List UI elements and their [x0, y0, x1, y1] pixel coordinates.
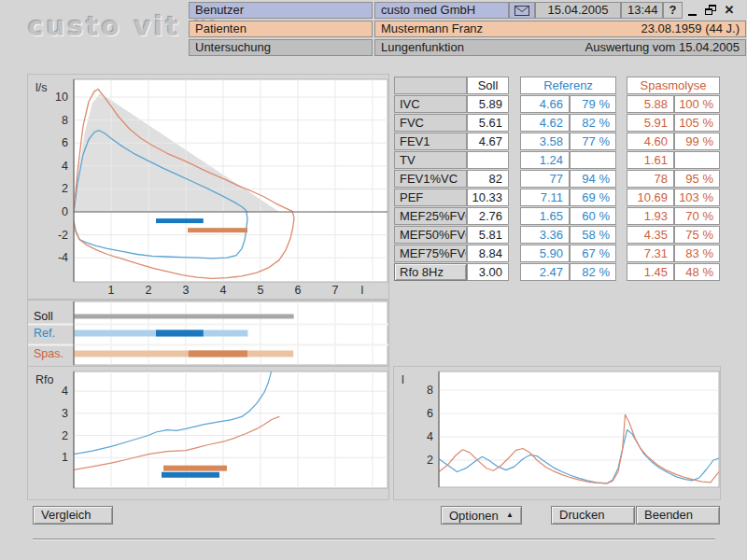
table-row: TV1.241.61 — [394, 151, 720, 169]
menu-untersuchung[interactable]: Untersuchung — [189, 39, 373, 56]
help-button[interactable]: ? — [663, 2, 683, 19]
column-gap — [509, 77, 520, 94]
soll-value: 2.76 — [467, 207, 509, 225]
table-row: Rfo 8Hz3.002.4782 %1.4548 % — [394, 263, 720, 281]
param-cell: FVC — [394, 114, 467, 132]
soll-value: 82 — [467, 170, 509, 188]
spasmolyse-value: 1.45 — [627, 263, 674, 281]
svg-text:l: l — [361, 284, 364, 297]
referenz-value: 5.90 — [520, 245, 570, 262]
spasmolyse-value: 7.31 — [627, 245, 674, 262]
param-cell: FEV1%VC — [394, 170, 467, 188]
param-cell: MEF25%FVC — [394, 207, 467, 225]
table-row: IVC5.894.6679 %5.88100 % — [394, 95, 720, 113]
beenden-button[interactable]: Beenden — [636, 506, 720, 525]
svg-text:8: 8 — [62, 114, 68, 127]
referenz-value: 3.58 — [520, 133, 570, 150]
svg-text:Spas.: Spas. — [34, 347, 63, 360]
svg-text:3: 3 — [62, 407, 68, 420]
table-row: FEV1%VC827794 %7895 % — [394, 170, 720, 188]
soll-value: 5.81 — [467, 226, 509, 244]
referenz-percent: 94 % — [570, 170, 616, 188]
column-gap — [616, 114, 627, 132]
exam-type: Lungenfunktion — [381, 40, 464, 55]
referenz-header: Referenz — [520, 77, 616, 94]
column-gap — [509, 133, 520, 150]
spasmolyse-percent — [674, 151, 720, 169]
spasmolyse-percent: 103 % — [674, 189, 720, 206]
referenz-value: 3.36 — [520, 226, 570, 244]
column-gap — [616, 207, 627, 225]
mail-button[interactable] — [509, 2, 535, 19]
column-gap — [509, 226, 520, 244]
column-gap — [509, 189, 520, 206]
drucken-button[interactable]: Drucken — [551, 506, 635, 525]
table-header-row: Soll Referenz Spasmolyse — [394, 77, 720, 94]
patient-name: Mustermann Franz — [381, 21, 483, 36]
restore-button[interactable] — [701, 2, 720, 19]
svg-text:Soll: Soll — [34, 310, 53, 323]
time-display: 13:44 — [621, 2, 663, 19]
referenz-percent — [570, 151, 616, 169]
volume-comparison-bars: SollRef.Spas. — [28, 301, 388, 366]
svg-text:l/s: l/s — [35, 81, 48, 94]
soll-value — [467, 151, 509, 169]
spasmolyse-percent: 48 % — [674, 263, 720, 281]
svg-text:-2: -2 — [58, 229, 68, 242]
user-row: Benutzer custo med GmbH 15.04.2005 13:44… — [189, 2, 746, 19]
param-cell: FEV1 — [394, 133, 467, 150]
svg-text:Ref.: Ref. — [34, 327, 55, 340]
spasmolyse-header: Spasmolyse — [627, 77, 720, 94]
svg-text:1: 1 — [108, 284, 115, 297]
column-gap — [616, 189, 627, 206]
spasmolyse-percent: 95 % — [674, 170, 720, 188]
envelope-icon — [514, 6, 529, 16]
soll-value: 5.61 — [467, 114, 509, 132]
table-row: MEF75%FVC8.845.9067 %7.3183 % — [394, 245, 720, 262]
spasmolyse-value: 10.69 — [627, 189, 674, 206]
referenz-value: 4.66 — [520, 95, 570, 113]
spasmolyse-percent: 105 % — [674, 114, 720, 132]
svg-text:Rfo: Rfo — [35, 373, 54, 386]
exam-row: Untersuchung Lungenfunktion Auswertung v… — [189, 39, 746, 56]
referenz-percent: 67 % — [570, 245, 616, 262]
svg-text:6: 6 — [295, 284, 302, 297]
soll-value: 4.67 — [467, 133, 509, 150]
referenz-percent: 82 % — [570, 263, 616, 281]
column-gap — [509, 151, 520, 169]
spasmolyse-percent: 70 % — [674, 207, 720, 225]
close-button[interactable]: ✕ — [720, 2, 739, 19]
exam-date: Auswertung vom 15.04.2005 — [585, 40, 740, 55]
soll-value: 8.84 — [467, 245, 509, 262]
menu-benutzer[interactable]: Benutzer — [189, 2, 373, 19]
param-cell[interactable]: Rfo 8Hz — [394, 263, 467, 281]
titlebar: Benutzer custo med GmbH 15.04.2005 13:44… — [189, 2, 746, 58]
column-gap — [616, 151, 627, 169]
spasmolyse-value: 1.61 — [627, 151, 674, 169]
column-gap — [616, 226, 627, 244]
table-row: MEF25%FVC2.761.6560 %1.9370 % — [394, 207, 720, 225]
patient-value: Mustermann Franz 23.08.1959 (44 J.) — [374, 21, 746, 37]
svg-text:2: 2 — [62, 429, 68, 442]
spasmolyse-value: 78 — [627, 170, 674, 188]
referenz-percent: 58 % — [570, 226, 616, 244]
spasmolyse-value: 5.91 — [627, 114, 674, 132]
results-table: Soll Referenz Spasmolyse IVC5.894.6679 %… — [394, 77, 720, 282]
param-cell: MEF50%FVC — [394, 226, 467, 244]
column-gap — [509, 245, 520, 262]
optionen-button[interactable]: Optionen ▲ — [441, 506, 522, 525]
svg-text:3: 3 — [183, 284, 190, 297]
svg-text:1: 1 — [62, 451, 68, 464]
menu-patienten[interactable]: Patienten — [189, 21, 373, 37]
dropdown-up-icon: ▲ — [506, 511, 514, 519]
vergleich-button[interactable]: Vergleich — [33, 506, 113, 525]
spasmolyse-percent: 83 % — [674, 245, 720, 262]
referenz-percent: 77 % — [570, 133, 616, 150]
minimize-button[interactable] — [683, 2, 701, 19]
minimize-icon — [688, 14, 697, 16]
rfo-chart: 4321Rfo — [28, 367, 388, 499]
soll-value: 3.00 — [467, 263, 509, 281]
column-gap — [616, 245, 627, 262]
svg-text:l: l — [402, 373, 404, 386]
referenz-percent: 79 % — [570, 95, 616, 113]
